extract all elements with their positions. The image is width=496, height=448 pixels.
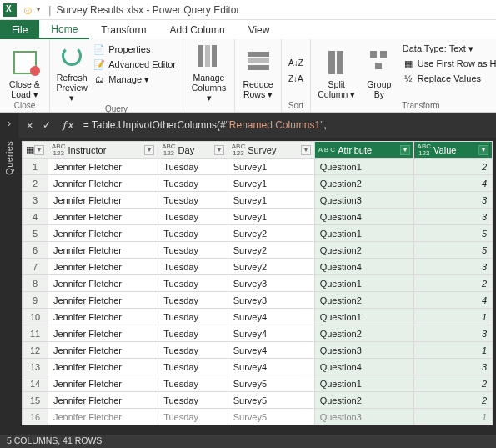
cancel-formula-button[interactable]: ✕ <box>27 119 33 131</box>
cell-survey[interactable]: Survey1 <box>228 175 314 192</box>
cell-value[interactable]: 1 <box>413 342 492 359</box>
cell-attribute[interactable]: Question1 <box>314 309 413 325</box>
formula-text[interactable]: = Table.UnpivotOtherColumns(#"Renamed Co… <box>83 119 327 131</box>
row-number[interactable]: 11 <box>23 325 48 342</box>
cell-day[interactable]: Tuesday <box>158 375 228 392</box>
cell-day[interactable]: Tuesday <box>158 192 228 209</box>
cell-value[interactable]: 2 <box>413 275 492 292</box>
cell-value[interactable]: 3 <box>413 259 492 275</box>
cell-day[interactable]: Tuesday <box>158 242 228 259</box>
cell-value[interactable]: 1 <box>413 409 492 425</box>
cell-instructor[interactable]: Jennifer Fletcher <box>48 242 158 259</box>
table-row[interactable]: 7Jennifer FletcherTuesdaySurvey2Question… <box>23 259 493 275</box>
smiley-icon[interactable]: ☺ <box>22 3 33 17</box>
data-type-button[interactable]: Data Type: Text ▾ <box>401 43 496 55</box>
refresh-preview-button[interactable]: Refresh Preview ▾ <box>55 43 88 103</box>
cell-survey[interactable]: Survey3 <box>228 292 314 309</box>
row-number[interactable]: 9 <box>23 292 48 309</box>
cell-day[interactable]: Tuesday <box>158 309 228 325</box>
cell-instructor[interactable]: Jennifer Fletcher <box>48 209 158 225</box>
cell-survey[interactable]: Survey1 <box>228 209 314 225</box>
rownum-header[interactable]: ▦▾ <box>23 142 48 159</box>
table-row[interactable]: 3Jennifer FletcherTuesdaySurvey1Question… <box>23 192 493 209</box>
column-filter-icon[interactable]: ▾ <box>144 145 154 155</box>
cell-survey[interactable]: Survey4 <box>228 325 314 342</box>
cell-survey[interactable]: Survey4 <box>228 342 314 359</box>
column-header-attribute[interactable]: A B CAttribute▾ <box>314 142 413 159</box>
table-row[interactable]: 4Jennifer FletcherTuesdaySurvey1Question… <box>23 209 493 225</box>
cell-survey[interactable]: Survey3 <box>228 275 314 292</box>
cell-survey[interactable]: Survey5 <box>228 409 314 425</box>
cell-survey[interactable]: Survey2 <box>228 225 314 242</box>
cell-day[interactable]: Tuesday <box>158 225 228 242</box>
tab-file[interactable]: File <box>0 20 39 39</box>
cell-attribute[interactable]: Question1 <box>314 275 413 292</box>
tab-view[interactable]: View <box>237 20 282 39</box>
row-number[interactable]: 14 <box>23 375 48 392</box>
cell-attribute[interactable]: Question3 <box>314 192 413 209</box>
column-filter-icon[interactable]: ▾ <box>400 145 410 155</box>
qat-dropdown-icon[interactable]: ▾ <box>37 6 40 13</box>
row-number[interactable]: 10 <box>23 309 48 325</box>
cell-day[interactable]: Tuesday <box>158 359 228 375</box>
first-row-headers-button[interactable]: ▦ Use First Row as Headers <box>401 57 496 70</box>
cell-attribute[interactable]: Question2 <box>314 325 413 342</box>
cell-survey[interactable]: Survey2 <box>228 242 314 259</box>
cell-value[interactable]: 1 <box>413 309 492 325</box>
table-row[interactable]: 15Jennifer FletcherTuesdaySurvey5Questio… <box>23 392 493 409</box>
table-row[interactable]: 9Jennifer FletcherTuesdaySurvey3Question… <box>23 292 493 309</box>
cell-day[interactable]: Tuesday <box>158 159 228 175</box>
cell-attribute[interactable]: Question2 <box>314 242 413 259</box>
cell-day[interactable]: Tuesday <box>158 209 228 225</box>
cell-instructor[interactable]: Jennifer Fletcher <box>48 225 158 242</box>
cell-survey[interactable]: Survey5 <box>228 375 314 392</box>
cell-instructor[interactable]: Jennifer Fletcher <box>48 375 158 392</box>
cell-instructor[interactable]: Jennifer Fletcher <box>48 175 158 192</box>
cell-attribute[interactable]: Question1 <box>314 225 413 242</box>
table-row[interactable]: 16Jennifer FletcherTuesdaySurvey5Questio… <box>23 409 493 425</box>
cell-instructor[interactable]: Jennifer Fletcher <box>48 292 158 309</box>
cell-day[interactable]: Tuesday <box>158 259 228 275</box>
manage-button[interactable]: 🗂 Manage ▾ <box>92 73 178 86</box>
cell-survey[interactable]: Survey4 <box>228 359 314 375</box>
tab-home[interactable]: Home <box>39 20 89 39</box>
cell-day[interactable]: Tuesday <box>158 292 228 309</box>
column-filter-icon[interactable]: ▾ <box>478 145 488 155</box>
table-row[interactable]: 13Jennifer FletcherTuesdaySurvey4Questio… <box>23 359 493 375</box>
cell-survey[interactable]: Survey4 <box>228 309 314 325</box>
queries-rail[interactable]: › Queries <box>0 113 18 435</box>
column-header-day[interactable]: ABC123Day▾ <box>158 142 228 159</box>
cell-value[interactable]: 2 <box>413 375 492 392</box>
column-filter-icon[interactable]: ▾ <box>301 145 311 155</box>
cell-attribute[interactable]: Question1 <box>314 375 413 392</box>
table-row[interactable]: 5Jennifer FletcherTuesdaySurvey2Question… <box>23 225 493 242</box>
cell-instructor[interactable]: Jennifer Fletcher <box>48 259 158 275</box>
cell-survey[interactable]: Survey1 <box>228 159 314 175</box>
cell-attribute[interactable]: Question2 <box>314 392 413 409</box>
table-row[interactable]: 10Jennifer FletcherTuesdaySurvey4Questio… <box>23 309 493 325</box>
cell-day[interactable]: Tuesday <box>158 342 228 359</box>
row-number[interactable]: 6 <box>23 242 48 259</box>
sort-asc-button[interactable]: A↓Z <box>287 58 305 68</box>
manage-columns-button[interactable]: Manage Columns ▾ <box>188 43 229 103</box>
row-number[interactable]: 1 <box>23 159 48 175</box>
split-column-button[interactable]: Split Column ▾ <box>316 43 358 99</box>
row-number[interactable]: 16 <box>23 409 48 425</box>
row-number[interactable]: 2 <box>23 175 48 192</box>
tab-add-column[interactable]: Add Column <box>158 20 237 39</box>
cell-attribute[interactable]: Question3 <box>314 342 413 359</box>
cell-value[interactable]: 3 <box>413 325 492 342</box>
cell-instructor[interactable]: Jennifer Fletcher <box>48 325 158 342</box>
cell-value[interactable]: 3 <box>413 209 492 225</box>
cell-value[interactable]: 4 <box>413 292 492 309</box>
cell-instructor[interactable]: Jennifer Fletcher <box>48 392 158 409</box>
advanced-editor-button[interactable]: 📝 Advanced Editor <box>92 58 178 71</box>
cell-attribute[interactable]: Question3 <box>314 409 413 425</box>
cell-value[interactable]: 2 <box>413 392 492 409</box>
cell-value[interactable]: 3 <box>413 192 492 209</box>
cell-day[interactable]: Tuesday <box>158 175 228 192</box>
reduce-rows-button[interactable]: Reduce Rows ▾ <box>240 43 276 99</box>
row-number[interactable]: 4 <box>23 209 48 225</box>
row-number[interactable]: 13 <box>23 359 48 375</box>
cell-survey[interactable]: Survey1 <box>228 192 314 209</box>
